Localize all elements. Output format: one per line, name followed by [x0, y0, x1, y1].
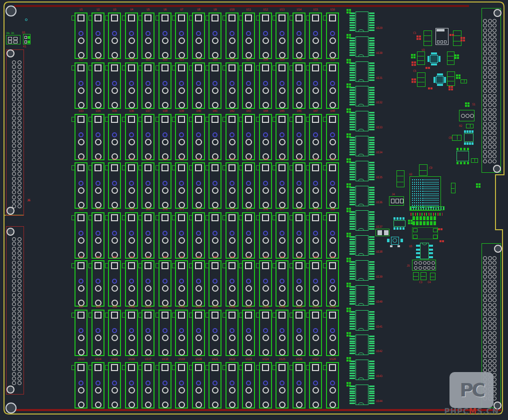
part-p4c[interactable]: [412, 227, 438, 239]
part-r22[interactable]: [412, 78, 416, 83]
relay-footprint[interactable]: U72: [192, 212, 205, 259]
relay-footprint[interactable]: U50: [92, 162, 104, 209]
part-soicC[interactable]: [392, 217, 406, 230]
edge-connector-left[interactable]: [6, 226, 24, 395]
relay-footprint[interactable]: U90: [226, 260, 238, 307]
relay-footprint[interactable]: U80: [326, 212, 339, 259]
relay-footprint[interactable]: U12: [259, 12, 272, 59]
relay-footprint[interactable]: U23: [175, 62, 188, 109]
relay-footprint[interactable]: U67: [108, 212, 121, 259]
relay-footprint[interactable]: U21: [142, 62, 154, 109]
part-w2[interactable]: [376, 229, 390, 236]
relay-footprint[interactable]: U54: [158, 162, 172, 209]
part-r12[interactable]: [438, 228, 442, 231]
relay-footprint[interactable]: U98: [92, 310, 104, 356]
relay-footprint[interactable]: U3: [108, 12, 121, 59]
relay-footprint[interactable]: U38: [158, 114, 172, 160]
relay-footprint[interactable]: U96: [326, 260, 339, 307]
relay-footprint[interactable]: U24: [192, 62, 205, 109]
part-c2v[interactable]: [419, 164, 428, 176]
relay-footprint[interactable]: U45: [276, 114, 288, 160]
part-c2h[interactable]: [460, 79, 467, 83]
ic-footprint[interactable]: U139: [350, 260, 376, 281]
part-relay4[interactable]: 24+ 24-: [6, 35, 20, 44]
part-r12[interactable]: [428, 87, 433, 90]
relay-footprint[interactable]: U87: [175, 260, 188, 307]
relay-footprint[interactable]: U59: [242, 162, 255, 209]
relay-footprint[interactable]: U100: [125, 310, 138, 356]
part-c2v[interactable]: [413, 272, 419, 280]
relay-footprint[interactable]: U39: [175, 114, 188, 160]
relay-footprint[interactable]: U29: [276, 62, 288, 109]
relay-footprint[interactable]: U48: [326, 114, 339, 160]
relay-footprint[interactable]: U31: [309, 62, 322, 109]
relay-footprint[interactable]: U116: [125, 362, 138, 409]
relay-footprint[interactable]: U46: [292, 114, 306, 160]
relay-footprint[interactable]: U42: [226, 114, 238, 160]
relay-footprint[interactable]: U58: [226, 162, 238, 209]
relay-footprint[interactable]: U120: [192, 362, 205, 409]
relay-footprint[interactable]: U113: [74, 362, 88, 409]
relay-footprint[interactable]: U83: [108, 260, 121, 307]
relay-footprint[interactable]: U60: [259, 162, 272, 209]
relay-footprint[interactable]: U103: [175, 310, 188, 356]
relay-footprint[interactable]: U110: [292, 310, 306, 356]
relay-footprint[interactable]: U124: [259, 362, 272, 409]
relay-footprint[interactable]: U25: [208, 62, 222, 109]
relay-footprint[interactable]: U101: [142, 310, 154, 356]
relay-footprint[interactable]: U84: [125, 260, 138, 307]
ic-footprint[interactable]: U142: [350, 335, 376, 355]
ic-footprint[interactable]: U131: [350, 61, 376, 82]
relay-footprint[interactable]: U122: [226, 362, 238, 409]
ic-footprint[interactable]: U143: [350, 360, 376, 380]
relay-footprint[interactable]: U105: [208, 310, 222, 356]
relay-footprint[interactable]: U51: [108, 162, 121, 209]
relay-footprint[interactable]: U16: [326, 12, 339, 59]
part-g22[interactable]: [476, 183, 482, 189]
relay-footprint[interactable]: U61: [276, 162, 288, 209]
ic-footprint[interactable]: U133: [350, 111, 376, 131]
relay-footprint[interactable]: U68: [125, 212, 138, 259]
ic-footprint[interactable]: U136: [350, 186, 376, 206]
relay-footprint[interactable]: U15: [309, 12, 322, 59]
relay-footprint[interactable]: U70: [158, 212, 172, 259]
relay-footprint[interactable]: U95: [309, 260, 322, 307]
relay-footprint[interactable]: U20: [125, 62, 138, 109]
ic-footprint[interactable]: U138: [350, 235, 376, 256]
relay-footprint[interactable]: U65: [74, 212, 88, 259]
relay-footprint[interactable]: U128: [326, 362, 339, 409]
part-hdr27[interactable]: [412, 216, 437, 226]
part-c2h[interactable]: [466, 124, 474, 128]
relay-footprint[interactable]: U118: [158, 362, 172, 409]
relay-footprint[interactable]: U74: [226, 212, 238, 259]
part-c3v[interactable]: [447, 71, 455, 86]
part-dipsw[interactable]: [410, 213, 442, 216]
relay-footprint[interactable]: U97: [74, 310, 88, 356]
relay-footprint[interactable]: U18: [92, 62, 104, 109]
relay-footprint[interactable]: U93: [276, 260, 288, 307]
relay-footprint[interactable]: U112: [326, 310, 339, 356]
ic-footprint[interactable]: U134: [350, 136, 376, 156]
part-r22[interactable]: [412, 61, 416, 65]
relay-footprint[interactable]: U7: [175, 12, 188, 59]
relay-footprint[interactable]: U36: [125, 114, 138, 160]
relay-footprint[interactable]: U28: [259, 62, 272, 109]
relay-footprint[interactable]: U86: [158, 260, 172, 307]
relay-footprint[interactable]: U127: [309, 362, 322, 409]
ic-footprint[interactable]: U140: [350, 285, 376, 306]
part-dip8[interactable]: U5: [416, 243, 433, 259]
relay-footprint[interactable]: U19: [108, 62, 121, 109]
relay-footprint[interactable]: U47: [309, 114, 322, 160]
relay-footprint[interactable]: U53: [142, 162, 154, 209]
part-soicG[interactable]: [456, 148, 470, 164]
relay-footprint[interactable]: U119: [175, 362, 188, 409]
part-r12[interactable]: [450, 34, 454, 36]
relay-footprint[interactable]: U55: [175, 162, 188, 209]
relay-footprint[interactable]: U66: [92, 212, 104, 259]
relay-footprint[interactable]: U126: [292, 362, 306, 409]
relay-footprint[interactable]: U104: [192, 310, 205, 356]
relay-footprint[interactable]: U56: [192, 162, 205, 209]
relay-footprint[interactable]: U11: [242, 12, 255, 59]
part-g22[interactable]: [411, 54, 416, 59]
ic-footprint[interactable]: U132: [350, 86, 376, 106]
